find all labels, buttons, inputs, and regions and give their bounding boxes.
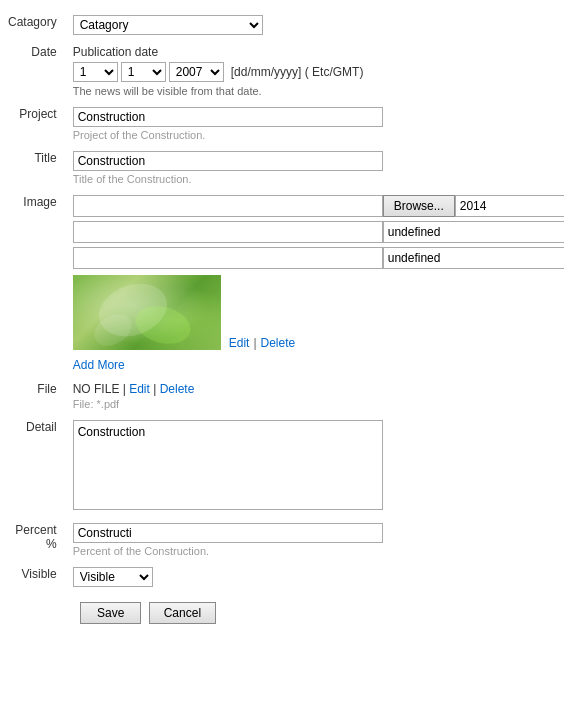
percent-label: Percent %: [15, 523, 56, 551]
form-table: Catagory Catagory Date Publication date …: [0, 10, 564, 592]
month-select[interactable]: 1: [121, 62, 166, 82]
title-input[interactable]: [73, 151, 383, 171]
date-note: The news will be visible from that date.: [73, 85, 564, 97]
file-edit-link[interactable]: Edit: [129, 382, 150, 396]
add-more-link[interactable]: Add More: [73, 358, 564, 372]
file-row: File NO FILE | Edit | Delete File: *.pdf: [0, 377, 564, 415]
percent-row: Percent % Percent of the Construction.: [0, 518, 564, 562]
image-thumb-svg: [73, 275, 221, 350]
image-placeholder-input3[interactable]: [73, 247, 383, 269]
file-hint: File: *.pdf: [73, 398, 564, 410]
button-row: Save Cancel: [0, 592, 564, 624]
save-button[interactable]: Save: [80, 602, 141, 624]
date-format-hint: [dd/mm/yyyy] ( Etc/GMT): [231, 65, 364, 79]
year-input[interactable]: [455, 195, 564, 217]
image-row2: [73, 221, 564, 243]
detail-row: Detail: [0, 415, 564, 518]
file-info-row: NO FILE | Edit | Delete: [73, 382, 564, 396]
cancel-button[interactable]: Cancel: [149, 602, 216, 624]
image-actions: Edit | Delete: [229, 336, 296, 350]
percent-hint: Percent of the Construction.: [73, 545, 564, 557]
category-label: Catagory: [8, 15, 57, 29]
date-label: Date: [31, 45, 56, 59]
image-placeholder-input2[interactable]: [73, 221, 383, 243]
year-select[interactable]: 2007: [169, 62, 224, 82]
project-label: Project: [19, 107, 56, 121]
image-edit-link[interactable]: Edit: [229, 336, 250, 350]
undefined-input1[interactable]: [383, 221, 564, 243]
category-row: Catagory Catagory: [0, 10, 564, 40]
file-label: File: [37, 382, 56, 396]
category-select[interactable]: Catagory: [73, 15, 263, 35]
browse-button[interactable]: Browse...: [383, 195, 455, 217]
image-label: Image: [23, 195, 56, 209]
project-hint: Project of the Construction.: [73, 129, 564, 141]
project-input[interactable]: [73, 107, 383, 127]
image-thumb-area: Edit | Delete: [73, 275, 564, 350]
visible-row: Visible Visible Hidden: [0, 562, 564, 592]
day-select[interactable]: 1: [73, 62, 118, 82]
title-hint: Title of the Construction.: [73, 173, 564, 185]
detail-textarea[interactable]: [73, 420, 383, 510]
visible-select-wrap: Visible Hidden: [73, 567, 564, 587]
title-label: Title: [34, 151, 56, 165]
no-file-text: NO FILE: [73, 382, 120, 396]
date-row: Date Publication date 1 1 2007 [dd/mm/yy…: [0, 40, 564, 102]
visible-label: Visible: [22, 567, 57, 581]
detail-label: Detail: [26, 420, 57, 434]
image-row: Image Browse...: [0, 190, 564, 377]
image-file-input[interactable]: [73, 195, 383, 217]
image-upload-row: Browse...: [73, 195, 564, 217]
title-row: Title Title of the Construction.: [0, 146, 564, 190]
pipe1: |: [253, 336, 256, 350]
percent-input[interactable]: [73, 523, 383, 543]
project-row: Project Project of the Construction.: [0, 102, 564, 146]
undefined-input2[interactable]: [383, 247, 564, 269]
image-row3: [73, 247, 564, 269]
image-delete-link[interactable]: Delete: [261, 336, 296, 350]
image-thumbnail: [73, 275, 221, 350]
visible-select[interactable]: Visible Hidden: [73, 567, 153, 587]
date-selects: 1 1 2007 [dd/mm/yyyy] ( Etc/GMT): [73, 62, 564, 82]
file-delete-link[interactable]: Delete: [160, 382, 195, 396]
pub-date-label: Publication date: [73, 45, 564, 59]
